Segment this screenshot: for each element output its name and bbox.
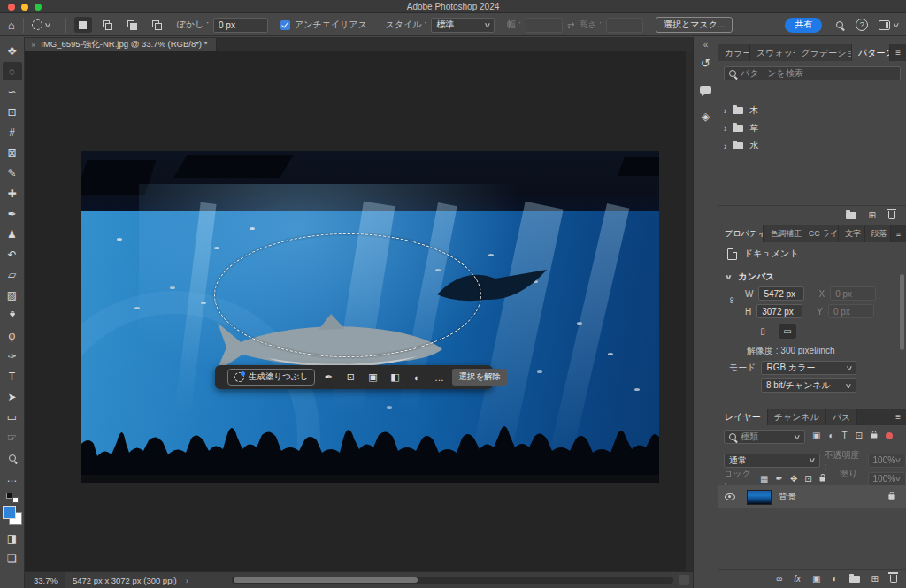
vertical-scrollbar[interactable] xyxy=(685,51,693,571)
portrait-orientation-button[interactable]: ▯ xyxy=(754,324,772,339)
home-icon[interactable]: ⌂ xyxy=(8,19,15,32)
select-subject-icon[interactable]: ⊡ xyxy=(343,370,357,385)
screen-mode-button[interactable]: ❏ xyxy=(3,549,22,568)
mask-icon[interactable]: ▣ xyxy=(365,370,380,385)
eraser-tool[interactable]: ▱ xyxy=(3,265,22,284)
panel-menu-icon[interactable]: ≡ xyxy=(890,409,906,425)
landscape-orientation-button[interactable]: ▭ xyxy=(779,324,796,339)
adjustment-icon[interactable]: ◐ xyxy=(410,370,424,385)
more-tools-tool[interactable]: … xyxy=(3,469,22,487)
layer-effects-icon[interactable]: fx xyxy=(794,574,801,584)
blend-mode-dropdown[interactable]: 通常 ∨ xyxy=(724,454,820,468)
lasso-tool[interactable]: ∽ xyxy=(3,82,22,101)
brush-icon[interactable]: ✒ xyxy=(321,370,335,385)
feather-input[interactable] xyxy=(213,18,268,33)
intersect-selection-button[interactable] xyxy=(149,17,166,33)
add-adjustment-icon[interactable]: ◐ xyxy=(833,574,838,584)
brush-tool[interactable]: ✒ xyxy=(3,204,22,223)
pattern-group-木[interactable]: ›木 xyxy=(724,103,901,118)
comments-panel-icon[interactable] xyxy=(696,80,716,99)
type-tool[interactable]: T xyxy=(3,367,22,386)
lock-position-icon[interactable]: ✥ xyxy=(790,474,797,484)
chevron-right-icon[interactable]: › xyxy=(724,141,726,151)
tab-gradients[interactable]: グラデーション xyxy=(795,44,852,61)
chevron-right-icon[interactable]: › xyxy=(724,124,726,134)
fill-color-icon[interactable]: ◧ xyxy=(388,370,402,385)
add-mask-icon[interactable]: ▣ xyxy=(812,574,820,584)
filter-smart-objects-icon[interactable] xyxy=(871,433,878,438)
photo-canvas[interactable] xyxy=(81,151,659,483)
object-selection-tool[interactable]: ⊡ xyxy=(3,103,22,121)
filter-pixel-layers-icon[interactable]: ▣ xyxy=(812,431,820,440)
style-dropdown[interactable]: 標準 ∨ xyxy=(431,18,495,33)
properties-scrollbar-thumb[interactable] xyxy=(900,274,904,350)
dodge-tool[interactable]: φ xyxy=(3,326,22,345)
pattern-search-box[interactable]: パターンを検索 xyxy=(724,66,901,80)
gradient-tool[interactable]: ▨ xyxy=(3,286,22,304)
add-to-selection-button[interactable] xyxy=(99,17,117,33)
materials-panel-icon[interactable]: ◈ xyxy=(696,106,716,126)
tab-character[interactable]: 文字 xyxy=(839,225,864,242)
lock-transparency-icon[interactable]: ▦ xyxy=(760,474,768,484)
share-button[interactable]: 共有 xyxy=(785,18,822,33)
canvas-area[interactable]: 生成塗りつぶし ✒⊡▣◧◐… 選択を解除 xyxy=(25,51,693,571)
tab-paths[interactable]: パス xyxy=(826,409,857,425)
tab-cc-libraries[interactable]: CC ライ xyxy=(802,225,840,242)
crop-tool[interactable]: # xyxy=(3,123,22,141)
panel-menu-icon[interactable]: ≡ xyxy=(890,44,906,61)
new-layer-icon[interactable]: ⊞ xyxy=(871,574,879,584)
pen-tool[interactable]: ✑ xyxy=(3,347,22,365)
collapse-panels-icon[interactable]: « xyxy=(703,40,709,50)
document-tab[interactable]: × IMG_6595-強化-NR.jpg @ 33.7% (RGB/8*) * xyxy=(25,38,217,51)
link-layers-icon[interactable]: ∞ xyxy=(776,574,782,584)
quick-mask-button[interactable]: ◨ xyxy=(3,529,22,547)
shape-tool[interactable]: ▭ xyxy=(3,408,22,426)
clone-stamp-tool[interactable]: ♟ xyxy=(3,225,22,243)
filter-toggle-icon[interactable] xyxy=(886,432,893,439)
canvas-height-input[interactable] xyxy=(756,304,802,318)
lock-all-icon[interactable] xyxy=(819,477,825,481)
horizontal-scrollbar[interactable] xyxy=(232,577,673,584)
bit-depth-dropdown[interactable]: 8 bit/チャンネル ∨ xyxy=(761,378,856,393)
eyedropper-tool[interactable]: ✎ xyxy=(3,164,22,182)
help-icon[interactable]: ? xyxy=(856,19,868,31)
delete-layer-icon[interactable] xyxy=(890,575,897,583)
tab-color[interactable]: カラー xyxy=(718,44,750,61)
history-panel-icon[interactable]: ↺ xyxy=(696,53,716,73)
hand-tool[interactable]: ☞ xyxy=(3,428,22,447)
color-mode-dropdown[interactable]: RGB カラー ∨ xyxy=(761,361,856,375)
canvas-width-input[interactable] xyxy=(758,286,804,301)
foreground-color-swatch[interactable] xyxy=(3,506,16,519)
chevron-right-icon[interactable]: › xyxy=(186,576,188,585)
frame-tool[interactable]: ⊠ xyxy=(3,143,22,162)
path-selection-tool[interactable]: ➤ xyxy=(3,387,22,406)
layer-filter-box[interactable]: 種類 ∨ xyxy=(724,430,805,444)
tool-preset-dropdown[interactable]: ∨ xyxy=(32,19,50,30)
search-icon[interactable] xyxy=(836,21,843,28)
filter-adjustment-layers-icon[interactable]: ◐ xyxy=(828,431,833,440)
layer-thumbnail[interactable] xyxy=(747,490,772,505)
blur-tool[interactable]: ♠ xyxy=(3,306,22,325)
tab-channels[interactable]: チャンネル xyxy=(768,409,826,425)
workspace-icon[interactable] xyxy=(879,20,890,30)
pattern-group-水[interactable]: ›水 xyxy=(724,138,901,154)
panel-menu-icon[interactable]: ≡ xyxy=(891,225,906,242)
move-tool[interactable]: ✥ xyxy=(3,42,22,60)
zoom-level-field[interactable]: 33.7% xyxy=(25,572,65,588)
history-brush-tool[interactable]: ↶ xyxy=(3,245,22,263)
subtract-from-selection-button[interactable] xyxy=(124,17,142,33)
spot-healing-brush-tool[interactable]: ✚ xyxy=(3,184,22,202)
filter-shape-layers-icon[interactable]: ⊡ xyxy=(856,431,863,440)
more-options-icon[interactable]: … xyxy=(432,370,446,385)
checkbox-checked-icon[interactable] xyxy=(280,20,290,30)
zoom-tool[interactable] xyxy=(3,448,22,467)
tab-swatches[interactable]: スウォッチ xyxy=(750,44,795,61)
select-and-mask-button[interactable]: 選択とマスク... xyxy=(656,17,733,33)
lock-pixels-icon[interactable]: ✒ xyxy=(776,474,783,484)
filter-type-layers-icon[interactable]: T xyxy=(842,431,848,440)
layer-visibility-toggle[interactable] xyxy=(718,485,741,508)
default-colors-icon[interactable] xyxy=(6,493,19,503)
tab-layers[interactable]: レイヤー xyxy=(718,409,768,425)
scrollbar-thumb[interactable] xyxy=(234,577,418,583)
delete-icon[interactable] xyxy=(888,211,895,219)
